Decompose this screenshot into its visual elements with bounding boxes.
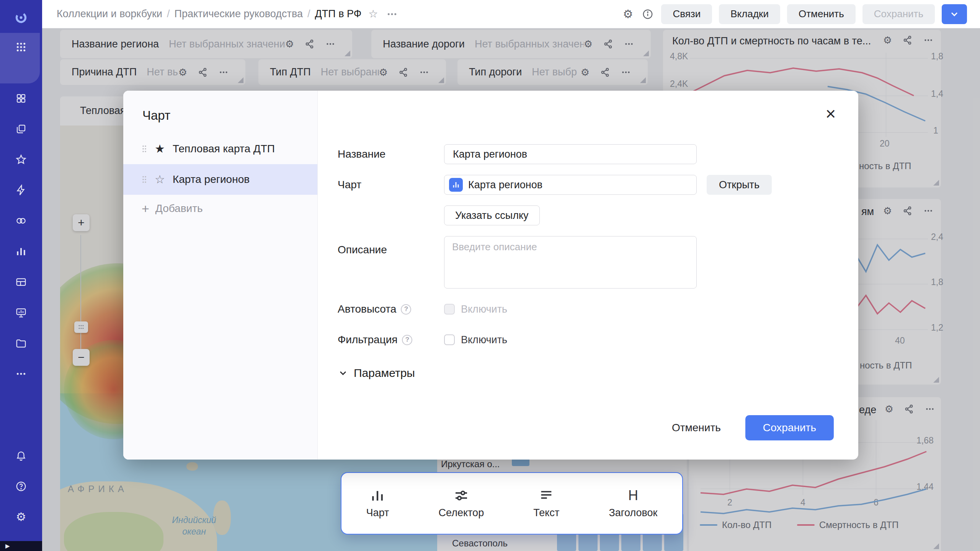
open-chart-button[interactable]: Открыть (707, 175, 772, 195)
autoheight-label: Автовысота (338, 299, 396, 319)
top-bar-actions: ⚙ Связи Вкладки Отменить Сохранить (621, 4, 967, 24)
dialog-save-button[interactable]: Сохранить (745, 415, 834, 440)
save-dashboard-button[interactable]: Сохранить (862, 4, 935, 24)
favorite-star-icon[interactable]: ☆ (368, 8, 378, 20)
breadcrumb: Коллекции и воркбуки / Практические руко… (57, 8, 398, 20)
add-heading-button[interactable]: H Заголовок (609, 488, 657, 519)
chart-select-field[interactable]: Карта регионов (444, 175, 697, 195)
favorites-icon[interactable] (15, 153, 28, 166)
selector-icon (454, 488, 469, 503)
chart-widget-settings-dialog: Чарт ★ Тепловая карта ДТП ☆ Карта регион… (123, 91, 858, 460)
star-outline-icon[interactable]: ☆ (155, 174, 165, 185)
filtering-label: Фильтрация (338, 330, 397, 350)
chevron-down-icon (338, 368, 348, 378)
name-input[interactable] (444, 144, 697, 164)
presentations-icon[interactable] (15, 306, 28, 319)
drag-handle-icon[interactable] (142, 145, 147, 153)
breadcrumb-separator: / (167, 8, 170, 20)
settings-icon[interactable]: ⚙ (15, 510, 28, 523)
relations-button[interactable]: Связи (661, 4, 712, 24)
connections-icon[interactable] (15, 214, 28, 227)
heading-icon: H (628, 488, 638, 503)
plus-icon: + (142, 203, 149, 214)
chevron-down-icon (949, 9, 960, 20)
add-text-button[interactable]: Текст (533, 488, 559, 519)
help-icon[interactable] (15, 480, 28, 493)
tabs-button[interactable]: Вкладки (719, 4, 780, 24)
widget-list-item-heatmap[interactable]: ★ Тепловая карта ДТП (123, 134, 317, 164)
dialog-title: Чарт (142, 108, 317, 123)
widget-list-item-regions[interactable]: ☆ Карта регионов (123, 164, 317, 195)
description-textarea[interactable] (444, 236, 697, 289)
sidebar-collapse-bar[interactable]: ▶ (0, 541, 42, 551)
autoheight-toggle-label: Включить (461, 303, 507, 315)
autoheight-help-icon[interactable]: ? (401, 304, 411, 315)
datalens-dashboard-screen: ⚙ ▶ Коллекции и воркбуки / Практические … (0, 0, 980, 551)
link-row-spacer (338, 205, 444, 225)
name-field-label: Название (338, 144, 444, 164)
breadcrumb-collections[interactable]: Коллекции и воркбуки (57, 8, 162, 20)
dialog-form: × Название Чарт Карта регионов Открыть (318, 91, 858, 460)
specify-link-button[interactable]: Указать ссылку (444, 205, 540, 225)
widget-add-toolbar: Чарт Селектор Текст H Заголовок (341, 472, 683, 535)
charts-icon[interactable] (15, 245, 28, 258)
filtering-checkbox[interactable] (444, 334, 455, 345)
filtering-toggle-label: Включить (461, 334, 507, 346)
datasets-icon[interactable] (15, 276, 28, 289)
breadcrumb-more-icon[interactable] (386, 8, 398, 20)
apps-grid-icon[interactable] (15, 41, 28, 54)
breadcrumb-separator: / (307, 8, 310, 20)
add-chart-button[interactable]: Чарт (366, 488, 389, 519)
description-field-label: Описание (338, 236, 444, 289)
chart-type-icon (449, 178, 463, 192)
add-widget-button[interactable]: + Добавить (142, 202, 203, 215)
dashboard-settings-icon[interactable]: ⚙ (621, 8, 634, 21)
storage-icon[interactable] (15, 337, 28, 350)
chart-field-label: Чарт (338, 175, 444, 195)
dialog-cancel-button[interactable]: Отменить (658, 415, 735, 440)
cancel-edit-button[interactable]: Отменить (787, 4, 856, 24)
top-bar: Коллекции и воркбуки / Практические руко… (42, 0, 980, 28)
params-section-toggle[interactable]: Параметры (338, 367, 858, 380)
collections-icon[interactable] (15, 122, 28, 135)
close-icon[interactable]: × (822, 104, 840, 123)
info-icon[interactable] (641, 8, 654, 21)
expand-arrow-icon: ▶ (5, 543, 10, 549)
drag-handle-icon[interactable] (142, 175, 147, 184)
filtering-help-icon[interactable]: ? (402, 335, 412, 345)
breadcrumb-current: ДТП в РФ (315, 8, 361, 20)
autoheight-checkbox (444, 304, 455, 315)
dialog-footer: Отменить Сохранить (658, 415, 834, 440)
dialog-widget-list: Чарт ★ Тепловая карта ДТП ☆ Карта регион… (123, 91, 318, 460)
more-icon[interactable] (15, 367, 28, 380)
breadcrumb-section[interactable]: Практические руководства (174, 8, 302, 20)
functions-icon[interactable] (15, 184, 28, 197)
add-selector-button[interactable]: Селектор (439, 488, 484, 519)
default-star-icon[interactable]: ★ (155, 143, 165, 155)
text-icon (539, 488, 554, 503)
app-sidebar: ⚙ ▶ (0, 0, 42, 551)
chart-icon (370, 488, 385, 503)
save-dropdown-button[interactable] (942, 4, 967, 24)
dashboards-icon[interactable] (15, 92, 28, 105)
datalens-logo-icon[interactable] (11, 8, 31, 28)
notifications-icon[interactable] (15, 449, 28, 462)
